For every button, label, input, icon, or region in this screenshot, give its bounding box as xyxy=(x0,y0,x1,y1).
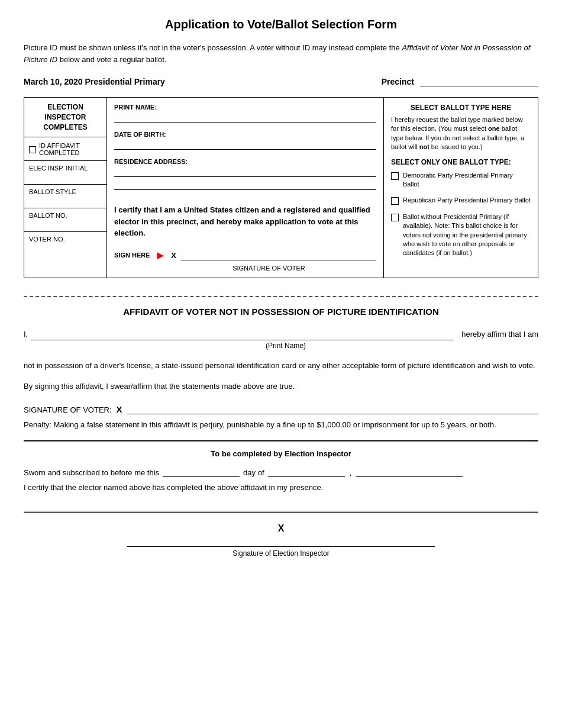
precinct-label: Precinct xyxy=(382,77,414,86)
voter-info-column: PRINT NAME: DATE OF BIRTH: RESIDENCE ADD… xyxy=(107,98,384,278)
day-of-label: day of xyxy=(243,468,264,477)
inspector-sig-caption: Signature of Election Inspector xyxy=(232,549,329,558)
sig-voter-input[interactable] xyxy=(127,404,538,414)
republican-checkbox[interactable] xyxy=(391,197,399,205)
affidavit-name-input[interactable] xyxy=(31,330,454,340)
sworn-row: Sworn and subscribed to before me this d… xyxy=(24,466,538,477)
ballot-select-title: SELECT BALLOT TYPE HERE xyxy=(391,104,531,112)
dob-label: DATE OF BIRTH: xyxy=(114,131,376,138)
print-name-input[interactable] xyxy=(114,112,376,123)
ballot-style-row: BALLOT STYLE xyxy=(24,185,106,208)
ballot-option-no-presidential: Ballot without Presidential Primary (if … xyxy=(391,212,531,258)
inspector-sig-x: X xyxy=(278,523,285,534)
certification-text: I certify that I am a United States citi… xyxy=(114,204,376,239)
sworn-month-input[interactable] xyxy=(268,466,345,477)
signature-caption: SIGNATURE OF VOTER xyxy=(162,265,376,272)
residence-field: RESIDENCE ADDRESS: xyxy=(114,158,376,190)
intro-paragraph: Picture ID must be shown unless it's not… xyxy=(24,42,538,65)
precinct-value[interactable] xyxy=(420,76,538,86)
republican-label: Republican Party Presidential Primary Ba… xyxy=(403,196,531,205)
inspector-complete-title: To be completed by Election Inspector xyxy=(24,449,538,458)
affidavit-body: not in possession of a driver's license,… xyxy=(24,360,538,372)
inspector-column: ELECTION INSPECTOR COMPLETES ID AFFIDAVI… xyxy=(24,98,107,278)
print-name-field: PRINT NAME: xyxy=(114,104,376,123)
sign-arrow-icon: ► xyxy=(155,249,167,262)
residence-label: RESIDENCE ADDRESS: xyxy=(114,158,376,165)
democratic-label: Democratic Party Presidential Primary Ba… xyxy=(403,171,531,189)
ballot-no-row: BALLOT NO. xyxy=(24,208,106,232)
ballot-style-label: BALLOT STYLE xyxy=(29,188,76,195)
id-affidavit-row: ID AFFIDAVIT COMPLETED xyxy=(24,137,106,161)
affidavit-i-label: I, xyxy=(24,328,28,341)
id-affidavit-label: ID AFFIDAVIT COMPLETED xyxy=(39,142,102,156)
voter-no-row: VOTER NO. xyxy=(24,232,106,277)
ballot-option-democratic: Democratic Party Presidential Primary Ba… xyxy=(391,171,531,189)
sig-voter-x: X xyxy=(117,404,122,414)
id-affidavit-checkbox[interactable] xyxy=(29,146,36,153)
affidavit-i-line: I, hereby affirm that I am xyxy=(24,328,538,341)
sign-x-mark: X xyxy=(171,251,176,260)
dob-input[interactable] xyxy=(114,139,376,150)
voter-no-label: VOTER NO. xyxy=(29,236,65,243)
sig-voter-label: SIGNATURE OF VOTER: xyxy=(24,405,112,414)
page-title: Application to Vote/Ballot Selection For… xyxy=(24,18,538,31)
election-header: March 10, 2020 Presidential Primary Prec… xyxy=(24,76,538,86)
residence-input-1[interactable] xyxy=(114,166,376,177)
select-only-title: SELECT ONLY ONE BALLOT TYPE: xyxy=(391,158,531,166)
sign-area: SIGN HERE ► X SIGNATURE OF VOTER xyxy=(114,249,376,272)
sign-row: SIGN HERE ► X xyxy=(114,249,376,262)
affidavit-swear: By signing this affidavit, I swear/affir… xyxy=(24,381,538,393)
sworn-text: Sworn and subscribed to before me this xyxy=(24,468,159,477)
affidavit-title: AFFIDAVIT OF VOTER NOT IN POSSESSION OF … xyxy=(24,307,538,317)
penalty-text: Penalty: Making a false statement in thi… xyxy=(24,419,538,431)
sworn-date-input[interactable] xyxy=(163,466,240,477)
sworn-comma: , xyxy=(348,468,353,477)
certify-text: I certify that the elector named above h… xyxy=(24,482,538,494)
dob-field: DATE OF BIRTH: xyxy=(114,131,376,150)
no-presidential-checkbox[interactable] xyxy=(391,214,399,221)
sig-voter-row: SIGNATURE OF VOTER: X xyxy=(24,404,538,414)
sworn-year-input[interactable] xyxy=(356,466,463,477)
elec-insp-label: ELEC INSP. INITIAL xyxy=(29,165,88,172)
inspector-title: ELECTION INSPECTOR COMPLETES xyxy=(24,98,106,137)
no-presidential-label: Ballot without Presidential Primary (if … xyxy=(403,212,531,258)
inspector-complete-section: To be completed by Election Inspector Sw… xyxy=(24,440,538,513)
section-separator xyxy=(24,296,538,297)
residence-input-2[interactable] xyxy=(114,179,376,190)
ballot-select-intro: I hereby request the ballot type marked … xyxy=(391,115,531,152)
affidavit-hereby-label: hereby affirm that I am xyxy=(461,328,538,341)
print-name-caption: (Print Name) xyxy=(33,340,538,352)
affidavit-i-section: I, hereby affirm that I am (Print Name) xyxy=(24,328,538,352)
precinct-row: Precinct xyxy=(382,76,538,86)
elec-insp-initial-row: ELEC INSP. INITIAL xyxy=(24,161,106,185)
inspector-sig-input[interactable] xyxy=(127,536,435,547)
democratic-checkbox[interactable] xyxy=(391,172,399,180)
ballot-select-column: SELECT BALLOT TYPE HERE I hereby request… xyxy=(384,98,538,278)
print-name-label: PRINT NAME: xyxy=(114,104,376,111)
ballot-no-label: BALLOT NO. xyxy=(29,212,67,219)
election-label: March 10, 2020 Presidential Primary xyxy=(24,77,165,86)
affidavit-body-text: not in possession of a driver's license,… xyxy=(24,360,538,372)
main-form: ELECTION INSPECTOR COMPLETES ID AFFIDAVI… xyxy=(24,97,538,278)
sign-here-label: SIGN HERE xyxy=(114,252,150,259)
affidavit-swear-text: By signing this affidavit, I swear/affir… xyxy=(24,381,538,393)
ballot-option-republican: Republican Party Presidential Primary Ba… xyxy=(391,196,531,205)
signature-voter-input[interactable] xyxy=(181,250,376,260)
inspector-sig-section: X Signature of Election Inspector xyxy=(24,523,538,558)
